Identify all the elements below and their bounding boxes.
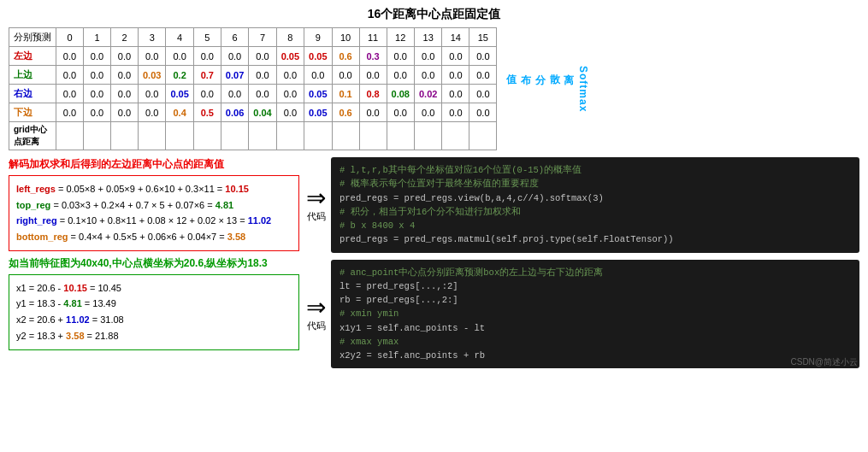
cell-2-3: 0.0 xyxy=(139,85,166,103)
cell-1-6: 0.07 xyxy=(221,66,248,85)
cell-4-1 xyxy=(84,122,111,150)
cell-0-10: 0.6 xyxy=(332,47,359,66)
cell-0-15: 0.0 xyxy=(469,47,497,66)
cell-2-7: 0.0 xyxy=(249,85,276,103)
cell-3-12: 0.0 xyxy=(387,103,414,122)
code-line: # b x 8400 x 4 xyxy=(340,219,851,232)
cell-2-5: 0.0 xyxy=(193,85,221,103)
row-label-1: 上边 xyxy=(9,66,56,85)
cell-0-11: 0.3 xyxy=(359,47,387,66)
arrow-label-1: 代码 xyxy=(307,320,326,332)
cell-0-7: 0.0 xyxy=(249,47,276,66)
arrow-label-0: 代码 xyxy=(307,210,326,223)
cell-0-1: 0.0 xyxy=(84,47,111,66)
cell-3-13: 0.0 xyxy=(414,103,441,122)
code-line: rb = pred_regs[...,2:] xyxy=(340,293,851,307)
coord-line: x1 = 20.6 - 10.15 = 10.45 xyxy=(16,280,292,296)
cell-1-11: 0.0 xyxy=(359,66,387,85)
table-row-0: 左边0.00.00.00.00.00.00.00.00.050.050.60.3… xyxy=(9,47,497,66)
watermark: CSDN@简述小云 xyxy=(791,356,859,368)
cell-4-9 xyxy=(304,122,332,150)
cell-3-11: 0.0 xyxy=(359,103,387,122)
cell-4-7 xyxy=(249,122,276,150)
code-line: # xmax ymax xyxy=(340,335,851,349)
col-header-5: 5 xyxy=(193,28,221,47)
cell-3-2: 0.0 xyxy=(111,103,139,122)
arrow-1: ⇒代码 xyxy=(306,296,326,332)
row-label-0: 左边 xyxy=(9,47,56,66)
arrow-0: ⇒代码 xyxy=(306,186,326,223)
coord-line: y1 = 18.3 - 4.81 = 13.49 xyxy=(16,296,292,312)
cell-4-8 xyxy=(276,122,304,150)
row-label-4: grid中心 点距离 xyxy=(9,122,56,150)
code-line: x1y1 = self.anc_points - lt xyxy=(340,321,851,335)
table-header-label: 分别预测 xyxy=(9,28,56,47)
col-header-11: 11 xyxy=(359,28,387,47)
coord-box: x1 = 20.6 - 10.15 = 10.45y1 = 18.3 - 4.8… xyxy=(9,274,299,350)
cell-2-6: 0.0 xyxy=(221,85,248,103)
cell-2-8: 0.0 xyxy=(276,85,304,103)
cell-1-7: 0.0 xyxy=(249,66,276,85)
cell-4-14 xyxy=(442,122,469,150)
arrow-symbol-0: ⇒ xyxy=(306,186,326,210)
cell-1-3: 0.03 xyxy=(139,66,166,85)
formula-line: bottom_reg = 0.4×4 + 0.5×5 + 0.06×6 + 0.… xyxy=(16,229,292,245)
cell-2-9: 0.05 xyxy=(304,85,332,103)
cell-3-1: 0.0 xyxy=(84,103,111,122)
table-section: 分别预测0123456789101112131415左边0.00.00.00.0… xyxy=(9,27,859,150)
table-row-4: grid中心 点距离 xyxy=(9,122,497,150)
arrow-symbol-1: ⇒ xyxy=(306,296,326,320)
code-line: pred_regs = pred_regs.matmul(self.proj.t… xyxy=(340,232,851,246)
cell-4-10 xyxy=(332,122,359,150)
table-row-3: 下边0.00.00.00.00.40.50.060.040.00.050.60.… xyxy=(9,103,497,122)
decode-title: 解码加权求和后得到的左边距离中心点的距离值 xyxy=(9,157,299,172)
code-line: # anc_point中心点分别距离预测box的左上边与右下边的距离 xyxy=(340,266,851,279)
cell-1-13: 0.0 xyxy=(414,66,441,85)
cell-2-14: 0.0 xyxy=(442,85,469,103)
cell-4-12 xyxy=(387,122,414,150)
cell-3-5: 0.5 xyxy=(193,103,221,122)
col-header-10: 10 xyxy=(332,28,359,47)
cell-2-12: 0.08 xyxy=(387,85,414,103)
page-title: 16个距离中心点距固定值 xyxy=(9,7,859,22)
formula-line: left_regs = 0.05×8 + 0.05×9 + 0.6×10 + 0… xyxy=(16,181,292,197)
feature-title: 如当前特征图为40x40,中心点横坐标为20.6,纵坐标为18.3 xyxy=(9,256,299,271)
table-row-2: 右边0.00.00.00.00.050.00.00.00.00.050.10.8… xyxy=(9,85,497,103)
formula-line: top_reg = 0.03×3 + 0.2×4 + 0.7 × 5 + 0.0… xyxy=(16,197,292,214)
cell-1-9: 0.0 xyxy=(304,66,332,85)
cell-4-15 xyxy=(469,122,497,150)
cell-3-0: 0.0 xyxy=(56,103,84,122)
cell-2-1: 0.0 xyxy=(84,85,111,103)
code-block-wrapper-0: ⇒代码# l,t,r,b其中每个坐标值对应16个位置(0-15)的概率值# 概率… xyxy=(306,157,859,253)
col-header-13: 13 xyxy=(414,28,441,47)
cell-3-6: 0.06 xyxy=(221,103,248,122)
cell-1-14: 0.0 xyxy=(442,66,469,85)
cell-4-11 xyxy=(359,122,387,150)
cell-0-0: 0.0 xyxy=(56,47,84,66)
cell-0-13: 0.0 xyxy=(414,47,441,66)
code-line: lt = pred_regs[...,:2] xyxy=(340,279,851,293)
formula-line: right_reg = 0.1×10 + 0.8×11 + 0.08 × 12 … xyxy=(16,213,292,229)
cell-4-3 xyxy=(139,122,166,150)
col-header-2: 2 xyxy=(111,28,139,47)
cell-1-1: 0.0 xyxy=(84,66,111,85)
code-line: # 概率表示每个位置对于最终坐标值的重要程度 xyxy=(340,177,851,191)
col-header-4: 4 xyxy=(166,28,193,47)
cell-2-13: 0.02 xyxy=(414,85,441,103)
cell-0-14: 0.0 xyxy=(442,47,469,66)
row-label-2: 右边 xyxy=(9,85,56,103)
cell-1-8: 0.0 xyxy=(276,66,304,85)
softmax-label: Softmax离散分布值 xyxy=(504,66,590,112)
code-line: # xmin ymin xyxy=(340,307,851,320)
col-header-14: 14 xyxy=(442,28,469,47)
cell-0-2: 0.0 xyxy=(111,47,139,66)
data-table: 分别预测0123456789101112131415左边0.00.00.00.0… xyxy=(9,27,497,150)
col-header-3: 3 xyxy=(139,28,166,47)
cell-2-10: 0.1 xyxy=(332,85,359,103)
cell-0-12: 0.0 xyxy=(387,47,414,66)
cell-3-15: 0.0 xyxy=(469,103,497,122)
cell-4-4 xyxy=(166,122,193,150)
code-block-1: # anc_point中心点分别距离预测box的左上边与右下边的距离lt = p… xyxy=(331,260,859,369)
cell-2-15: 0.0 xyxy=(469,85,497,103)
code-block-0: # l,t,r,b其中每个坐标值对应16个位置(0-15)的概率值# 概率表示每… xyxy=(331,157,859,253)
